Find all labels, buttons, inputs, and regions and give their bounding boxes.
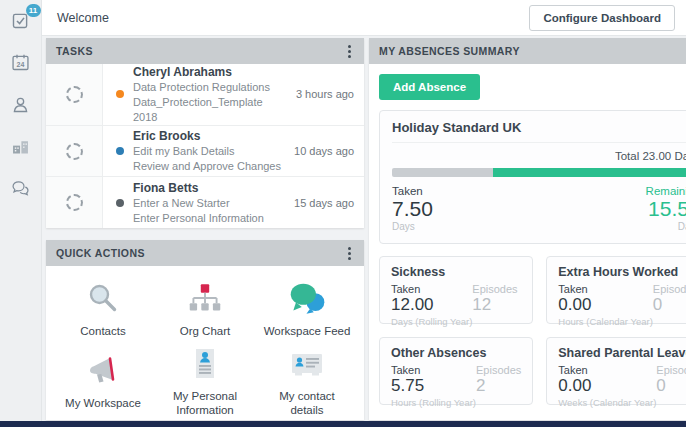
task-status-dot: [116, 199, 124, 207]
task-main: Eric Brooks Edit my Bank Details Review …: [103, 126, 364, 177]
pending-spinner-icon: [66, 194, 83, 211]
quick-actions-grid: Contacts Org Chart: [46, 266, 364, 424]
absences-body: Add Absence Holiday Standard UK Total 23…: [369, 64, 686, 420]
quick-actions-panel-title: QUICK ACTIONS: [56, 247, 145, 259]
sidebar-item-calendar[interactable]: 24: [10, 51, 32, 73]
left-column: TASKS Cheryl Abrahams Data Protection Re…: [46, 38, 364, 420]
absence-card-title: Other Absences: [391, 346, 521, 360]
task-status-cell: [46, 64, 103, 125]
task-status-cell: [46, 177, 103, 228]
quick-action-label: Contacts: [80, 324, 125, 338]
quick-action-contact-details[interactable]: My contact details: [256, 346, 358, 418]
task-row[interactable]: Fiona Betts Enter a New Starter Enter Pe…: [46, 177, 364, 228]
task-timestamp: 15 days ago: [294, 197, 354, 209]
svg-text:24: 24: [17, 60, 25, 67]
task-description-line2: Enter Personal Information: [133, 211, 285, 226]
taken-value: 7.50: [392, 197, 433, 221]
holiday-progress-remaining: [493, 168, 686, 177]
sidebar-item-people[interactable]: [10, 93, 32, 115]
absence-card-title: Extra Hours Worked: [558, 265, 686, 279]
buildings-icon: [10, 136, 31, 157]
quick-actions-panel-header: QUICK ACTIONS: [46, 240, 364, 266]
topbar: Welcome Configure Dashboard: [42, 0, 686, 36]
holiday-summary-card: Holiday Standard UK Total 23.00 Days Tak…: [379, 110, 686, 244]
quick-actions-panel: QUICK ACTIONS Contacts: [46, 240, 364, 420]
task-main: Fiona Betts Enter a New Starter Enter Pe…: [103, 177, 364, 228]
holiday-progress-bar: [392, 168, 686, 177]
absences-panel-header: MY ABSENCES SUMMARY: [369, 38, 686, 64]
task-status-dot: [116, 147, 124, 155]
right-column: MY ABSENCES SUMMARY Add Absence Holiday …: [369, 38, 686, 420]
remaining-value: 15.50: [646, 197, 686, 221]
person-icon: [10, 94, 31, 115]
quick-action-label: Org Chart: [180, 324, 231, 338]
holiday-card-title: Holiday Standard UK: [392, 120, 686, 143]
episodes-value: 0: [656, 376, 686, 396]
dashboard-screen: 11 24: [0, 0, 686, 427]
absence-card-sickness: Sickness Taken Episodes 12.00 12 Days (R…: [379, 256, 533, 324]
chat-bubbles-icon: [286, 281, 328, 317]
task-description-line2: Review and Approve Changes: [133, 159, 285, 174]
holiday-taken-stat: Taken 7.50 Days: [392, 185, 433, 232]
task-text: Cheryl Abrahams Data Protection Regulati…: [133, 64, 287, 125]
taken-unit: Hours (Rolling Year): [391, 397, 476, 408]
episodes-label: Episodes: [653, 283, 686, 295]
remaining-unit: Days: [646, 221, 686, 232]
taken-label: Taken: [391, 364, 476, 376]
person-document-icon: [186, 346, 224, 382]
pending-spinner-icon: [66, 86, 83, 103]
absences-panel-title: MY ABSENCES SUMMARY: [379, 45, 520, 57]
absence-card-other-absences: Other Absences Taken Episodes 5.75 2 Hou…: [379, 337, 533, 405]
absences-panel: MY ABSENCES SUMMARY Add Absence Holiday …: [369, 38, 686, 420]
sidebar-item-company[interactable]: [10, 135, 32, 157]
absence-card-extra-hours: Extra Hours Worked Taken Episodes 0.00 0…: [546, 256, 686, 324]
contact-card-icon: [288, 346, 326, 382]
episodes-label: Episodes: [472, 283, 521, 295]
taken-label: Taken: [558, 283, 653, 295]
taken-unit: Days (Rolling Year): [391, 316, 472, 327]
episodes-value: 0: [653, 295, 686, 315]
page-title: Welcome: [57, 11, 109, 25]
task-description-line2: Data_Protection_Template 2018: [133, 95, 287, 125]
task-timestamp: 10 days ago: [294, 145, 354, 157]
task-row[interactable]: Cheryl Abrahams Data Protection Regulati…: [46, 64, 364, 126]
sidebar-item-tasks[interactable]: 11: [10, 9, 32, 31]
absence-cards-grid: Sickness Taken Episodes 12.00 12 Days (R…: [379, 256, 686, 405]
taken-value: 5.75: [391, 376, 476, 396]
absence-card-title: Shared Parental Leave: [558, 346, 686, 360]
taken-value: 12.00: [391, 295, 472, 315]
task-status-cell: [46, 126, 103, 177]
task-row[interactable]: Eric Brooks Edit my Bank Details Review …: [46, 126, 364, 178]
task-main: Cheryl Abrahams Data Protection Regulati…: [103, 64, 364, 125]
quick-action-personal-information[interactable]: My Personal Information: [154, 346, 256, 418]
calendar-icon: 24: [10, 52, 31, 73]
task-person-name: Cheryl Abrahams: [133, 64, 287, 80]
episodes-label: Episodes: [476, 364, 521, 376]
chat-icon: [10, 178, 31, 199]
task-status-dot: [116, 90, 124, 98]
episodes-value: 2: [476, 376, 521, 396]
quick-actions-kebab-menu-icon[interactable]: [345, 244, 354, 263]
add-absence-button[interactable]: Add Absence: [379, 74, 480, 100]
megaphone-icon: [84, 353, 122, 389]
notification-badge: 11: [26, 4, 41, 17]
episodes-value: 12: [472, 295, 521, 315]
taken-unit: Days: [392, 221, 433, 232]
quick-action-workspace-feed[interactable]: Workspace Feed: [256, 274, 358, 346]
search-icon: [84, 281, 122, 317]
bottom-bar: [0, 421, 686, 427]
episodes-label: Episodes: [656, 364, 686, 376]
absence-card-shared-parental-leave: Shared Parental Leave Taken Episodes 0.0…: [546, 337, 686, 405]
configure-dashboard-button[interactable]: Configure Dashboard: [529, 5, 675, 31]
tasks-panel: TASKS Cheryl Abrahams Data Protection Re…: [46, 38, 364, 228]
quick-action-label: My contact details: [261, 389, 353, 418]
taken-value: 0.00: [558, 376, 656, 396]
pending-spinner-icon: [66, 143, 83, 160]
taken-label: Taken: [391, 283, 472, 295]
tasks-kebab-menu-icon[interactable]: [345, 42, 354, 61]
quick-action-contacts[interactable]: Contacts: [52, 274, 154, 346]
quick-action-org-chart[interactable]: Org Chart: [154, 274, 256, 346]
quick-action-my-workspace[interactable]: My Workspace: [52, 346, 154, 418]
taken-label: Taken: [558, 364, 656, 376]
sidebar-item-messages[interactable]: [10, 177, 32, 199]
